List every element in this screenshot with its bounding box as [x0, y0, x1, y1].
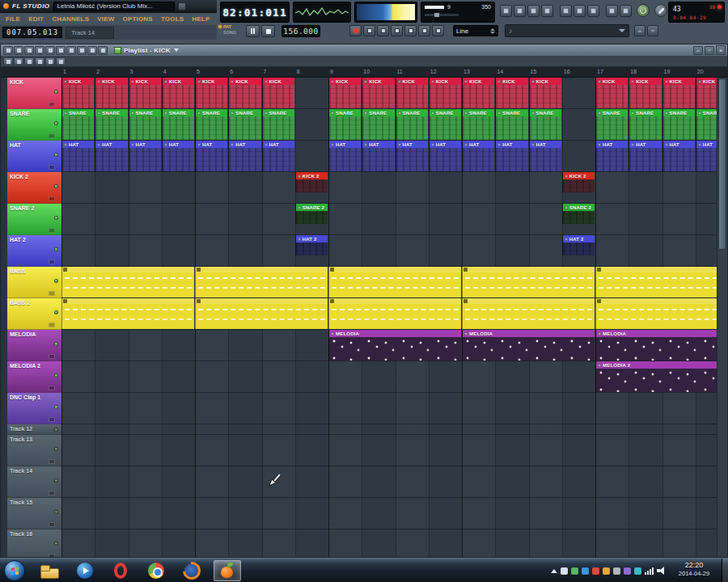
playlist-lane-track-15[interactable]	[61, 498, 717, 529]
taskbar-app-fl-studio[interactable]	[214, 560, 241, 581]
playlist-lane-snare-2[interactable]: SNARE 2SNARE 2	[61, 204, 717, 235]
playlist-view-button[interactable]	[500, 5, 512, 17]
menu-channels[interactable]: CHANNELS	[48, 15, 93, 23]
track-mute-led[interactable]	[54, 90, 58, 94]
clip-bass[interactable]	[328, 267, 461, 297]
pat-label[interactable]: PAT	[223, 24, 231, 29]
clip-snare[interactable]: SNARE	[495, 109, 527, 140]
clip-snare[interactable]: SNARE	[95, 109, 127, 140]
slip-tool[interactable]	[56, 46, 66, 55]
clip-snare[interactable]: SNARE	[529, 109, 561, 140]
clip-kick-2[interactable]: KICK 2	[562, 172, 595, 192]
taskbar-app-firefox[interactable]	[178, 560, 205, 581]
clip-kick[interactable]: KICK	[429, 78, 461, 108]
clip-hat[interactable]: HAT	[95, 141, 127, 171]
clip-hat[interactable]: HAT	[462, 141, 494, 171]
settings-button[interactable]	[587, 5, 599, 17]
clip-kick[interactable]: KICK	[462, 78, 494, 108]
track-header-track-16[interactable]: Track 16	[7, 529, 61, 557]
track-header-melodia[interactable]: MELODIA	[7, 330, 61, 361]
clip-hat[interactable]: HAT	[328, 141, 361, 171]
track-header-snare[interactable]: SNARE	[7, 109, 61, 141]
play-pause-button[interactable]	[246, 25, 260, 37]
playlist-grid[interactable]: KICKKICKKICKKICKKICKKICKKICKKICKKICKKICK…	[61, 78, 717, 557]
zoom-in-button[interactable]	[24, 57, 34, 65]
show-desktop-button[interactable]	[722, 559, 728, 582]
line-down-icon[interactable]	[490, 32, 495, 34]
taskbar-app-windows-explorer[interactable]	[36, 560, 63, 581]
track-mute-led[interactable]	[54, 184, 58, 188]
track-mute-led[interactable]	[54, 510, 58, 514]
track-mute-led[interactable]	[54, 447, 58, 451]
slice-tool[interactable]	[66, 46, 76, 55]
metronome-button[interactable]	[377, 25, 389, 36]
clip-snare[interactable]: SNARE	[228, 109, 260, 140]
track-header-hat-2[interactable]: HAT 2	[7, 235, 61, 267]
taskbar-clock[interactable]: 22:20 2014-04-29	[670, 561, 718, 578]
playlist-timeline[interactable]: 1234567891011121314151617181920	[1, 67, 727, 78]
taskbar-app-media-player[interactable]	[71, 560, 99, 581]
mixer-view-button[interactable]	[560, 5, 572, 17]
clip-snare[interactable]: SNARE	[162, 109, 194, 140]
tray-icon-7[interactable]	[624, 567, 631, 575]
record-button[interactable]	[349, 25, 362, 36]
clip-kick[interactable]: KICK	[629, 78, 661, 108]
playlist-lane-kick-2[interactable]: KICK 2KICK 2	[61, 172, 717, 204]
plugin-picker-button[interactable]	[606, 5, 618, 17]
clip-melodia[interactable]: MELODIA	[328, 330, 461, 361]
network-icon[interactable]	[645, 567, 654, 575]
track-mute-led[interactable]	[54, 310, 58, 314]
clip-hat-2[interactable]: HAT 2	[295, 235, 328, 255]
clip-kick[interactable]: KICK	[228, 78, 260, 108]
wait-for-input-button[interactable]	[391, 25, 403, 36]
track-mute-led[interactable]	[54, 342, 58, 346]
clip-kick[interactable]: KICK	[362, 78, 394, 108]
track-mute-led[interactable]	[54, 479, 58, 483]
menu-tools[interactable]: TOOLS	[157, 15, 188, 23]
clip-hat[interactable]: HAT	[228, 141, 260, 171]
clip-snare[interactable]: SNARE	[629, 109, 661, 140]
track-header-melodia-2[interactable]: MELODIA 2	[7, 361, 61, 393]
tempo-display[interactable]: 156.000	[281, 25, 320, 37]
clip-hat[interactable]: HAT	[495, 141, 527, 171]
tray-icon-1[interactable]	[561, 567, 568, 575]
clip-snare[interactable]: SNARE	[328, 109, 361, 140]
line-up-icon[interactable]	[490, 28, 495, 31]
clip-snare[interactable]: SNARE	[262, 109, 294, 140]
track-mute-led[interactable]	[54, 428, 58, 432]
song-label[interactable]: SONG	[223, 30, 236, 35]
playlist-lane-snare[interactable]: SNARESNARESNARESNARESNARESNARESNARESNARE…	[61, 109, 717, 141]
clip-hat[interactable]: HAT	[696, 141, 717, 171]
mute-tool[interactable]	[45, 46, 55, 55]
loop-record-button[interactable]	[363, 25, 375, 36]
track-mute-led[interactable]	[54, 121, 58, 125]
clip-bass[interactable]	[462, 267, 595, 297]
pointer-tool[interactable]	[3, 46, 13, 55]
cpu-panel-button[interactable]	[620, 5, 632, 17]
track-mute-led[interactable]	[54, 216, 58, 220]
clip-snare[interactable]: SNARE	[696, 109, 717, 140]
clip-melodia-2[interactable]: MELODIA 2	[595, 361, 717, 392]
clip-kick[interactable]: KICK	[61, 78, 94, 108]
tray-icon-5[interactable]	[603, 567, 610, 575]
line-tool-selector[interactable]: Line	[453, 25, 498, 36]
clip-hat[interactable]: HAT	[162, 141, 194, 171]
time-display[interactable]: 82:01:011	[220, 2, 290, 23]
playlist-lane-track-13[interactable]	[61, 435, 717, 466]
combo-dropdown-icon[interactable]	[619, 29, 625, 32]
clip-snare-2[interactable]: SNARE 2	[295, 204, 328, 224]
clip-snare[interactable]: SNARE	[362, 109, 394, 140]
playback-tool[interactable]	[98, 46, 108, 55]
select-tool[interactable]	[77, 46, 87, 55]
track-mute-led[interactable]	[54, 405, 58, 409]
clip-hat[interactable]: HAT	[396, 141, 428, 171]
clip-hat[interactable]: HAT	[429, 141, 461, 171]
clip-bass-2[interactable]	[462, 298, 595, 329]
playlist-titlebar[interactable]: Playlist - KICK ×	[1, 44, 727, 57]
playlist-lane-bass[interactable]	[61, 267, 717, 298]
clip-snare[interactable]: SNARE	[129, 109, 161, 140]
pencil-tool[interactable]	[14, 46, 23, 55]
clip-kick[interactable]: KICK	[129, 78, 161, 108]
clip-melodia[interactable]: MELODIA	[462, 330, 595, 361]
clip-bass[interactable]	[61, 267, 194, 297]
